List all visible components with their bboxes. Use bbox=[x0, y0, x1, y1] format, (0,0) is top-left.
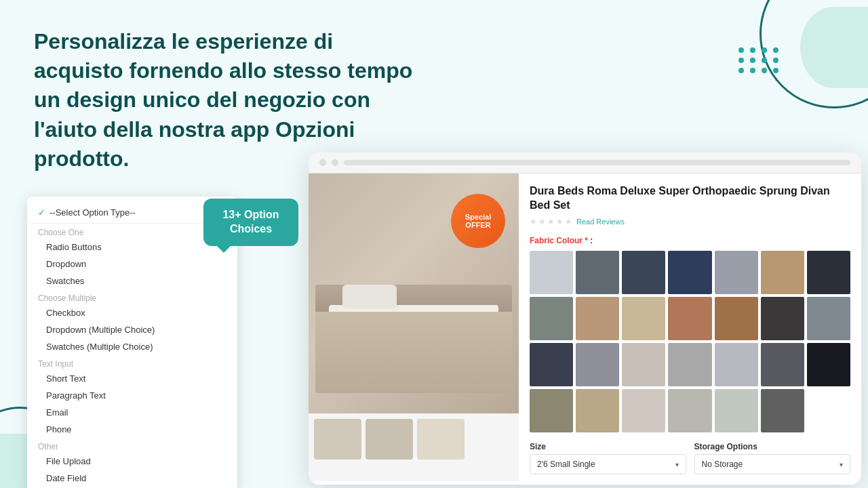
special-offer-line2: OFFER bbox=[465, 221, 490, 229]
product-image-area: Special OFFER bbox=[309, 174, 519, 481]
swatch-6[interactable] bbox=[807, 251, 850, 294]
storage-option-group: Storage Options No Storage ▾ bbox=[694, 442, 851, 474]
size-select[interactable]: 2'6 Small Single ▾ bbox=[530, 454, 686, 474]
browser-bar bbox=[309, 152, 861, 174]
swatch-2[interactable] bbox=[622, 251, 665, 294]
size-chevron-icon: ▾ bbox=[675, 461, 679, 468]
browser-mockup: Special OFFER Dura Beds Roma Deluxe Supe… bbox=[309, 152, 861, 485]
special-offer-line1: Special bbox=[465, 213, 492, 221]
menu-item-email[interactable]: Email bbox=[27, 404, 237, 421]
menu-item-swatches[interactable]: Swatches bbox=[27, 272, 237, 289]
browser-dot-1 bbox=[319, 159, 326, 166]
swatch-24[interactable] bbox=[668, 389, 711, 432]
product-title: Dura Beds Roma Deluxe Super Orthopaedic … bbox=[530, 184, 850, 213]
size-option-group: Size 2'6 Small Single ▾ bbox=[530, 442, 686, 474]
fabric-colour-label: Fabric Colour * : bbox=[530, 236, 850, 245]
read-reviews-link[interactable]: Read Reviews bbox=[576, 218, 625, 226]
swatch-9[interactable] bbox=[622, 297, 665, 340]
swatch-25[interactable] bbox=[715, 389, 758, 432]
swatch-1[interactable] bbox=[576, 251, 619, 294]
options-row: Size 2'6 Small Single ▾ Storage Options … bbox=[530, 442, 850, 474]
swatch-16[interactable] bbox=[622, 343, 665, 386]
thumb-3[interactable] bbox=[417, 419, 465, 460]
browser-dot-2 bbox=[332, 159, 338, 166]
storage-label: Storage Options bbox=[694, 442, 851, 451]
menu-item-dropdown[interactable]: Dropdown bbox=[27, 256, 237, 272]
dots-decoration bbox=[738, 47, 780, 73]
headline: Personalizza le esperienze di acquisto f… bbox=[34, 27, 414, 174]
storage-value: No Storage bbox=[702, 460, 743, 469]
group-label-choose-multiple: Choose Multiple bbox=[27, 289, 237, 304]
swatch-23[interactable] bbox=[622, 389, 665, 432]
swatch-10[interactable] bbox=[668, 297, 711, 340]
star-3: ★ bbox=[547, 217, 555, 226]
size-label: Size bbox=[530, 442, 686, 451]
stars: ★ ★ ★ ★ ★ bbox=[530, 217, 572, 226]
menu-item-phone[interactable]: Phone bbox=[27, 421, 237, 438]
swatch-0[interactable] bbox=[530, 251, 573, 294]
group-label-text-input: Text Input bbox=[27, 355, 237, 370]
swatch-7[interactable] bbox=[530, 297, 573, 340]
swatch-22[interactable] bbox=[576, 389, 619, 432]
swatch-3[interactable] bbox=[668, 251, 711, 294]
swatch-14[interactable] bbox=[530, 343, 573, 386]
special-offer-badge: Special OFFER bbox=[451, 194, 505, 248]
product-thumbnails bbox=[309, 413, 519, 481]
storage-select[interactable]: No Storage ▾ bbox=[694, 454, 851, 474]
swatch-18[interactable] bbox=[715, 343, 758, 386]
menu-item-date-field[interactable]: Date Field bbox=[27, 470, 237, 487]
product-main-image: Special OFFER bbox=[309, 174, 519, 413]
star-2: ★ bbox=[538, 217, 546, 226]
menu-item-short-text[interactable]: Short Text bbox=[27, 370, 237, 387]
browser-address-bar bbox=[344, 160, 850, 165]
swatch-15[interactable] bbox=[576, 343, 619, 386]
swatch-19[interactable] bbox=[761, 343, 804, 386]
menu-item-paragraph-text[interactable]: Paragraph Text bbox=[27, 387, 237, 404]
swatch-21[interactable] bbox=[530, 389, 573, 432]
group-label-other: Other bbox=[27, 438, 237, 453]
stars-row: ★ ★ ★ ★ ★ Read Reviews bbox=[530, 217, 850, 226]
bg-blob-top-right bbox=[800, 7, 868, 88]
bed-pillow bbox=[342, 285, 397, 308]
swatch-13[interactable] bbox=[807, 297, 850, 340]
swatch-8[interactable] bbox=[576, 297, 619, 340]
swatches-grid bbox=[530, 251, 850, 433]
swatch-12[interactable] bbox=[761, 297, 804, 340]
menu-item-checkbox[interactable]: Checkbox bbox=[27, 304, 237, 321]
selected-option-label: --Select Option Type-- bbox=[50, 207, 136, 218]
product-info: Dura Beds Roma Deluxe Super Orthopaedic … bbox=[519, 174, 861, 481]
menu-item-swatches-multiple[interactable]: Swatches (Multiple Choice) bbox=[27, 338, 237, 355]
thumb-1[interactable] bbox=[314, 419, 361, 460]
menu-item-dropdown-multiple[interactable]: Dropdown (Multiple Choice) bbox=[27, 321, 237, 338]
storage-chevron-icon: ▾ bbox=[840, 461, 843, 468]
thumb-2[interactable] bbox=[366, 419, 413, 460]
tooltip-line2: Choices bbox=[230, 223, 272, 235]
tooltip-bubble: 13+ Option Choices bbox=[203, 199, 298, 246]
swatch-11[interactable] bbox=[715, 297, 758, 340]
star-4: ★ bbox=[556, 217, 564, 226]
size-value: 2'6 Small Single bbox=[537, 460, 595, 469]
menu-item-file-upload[interactable]: File Upload bbox=[27, 453, 237, 470]
product-page: Special OFFER Dura Beds Roma Deluxe Supe… bbox=[309, 174, 861, 481]
bed-body bbox=[315, 312, 512, 393]
check-icon: ✓ bbox=[38, 207, 45, 218]
tooltip-line1: 13+ Option bbox=[222, 209, 279, 220]
swatch-17[interactable] bbox=[668, 343, 711, 386]
star-1: ★ bbox=[530, 217, 537, 226]
swatch-5[interactable] bbox=[761, 251, 804, 294]
swatch-20[interactable] bbox=[807, 343, 850, 386]
swatch-26[interactable] bbox=[761, 389, 804, 432]
swatch-4[interactable] bbox=[715, 251, 758, 294]
star-5: ★ bbox=[565, 217, 572, 226]
